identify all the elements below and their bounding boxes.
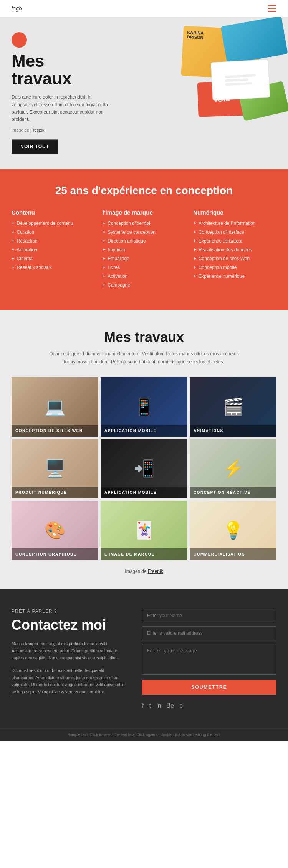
services-col-title-2: Numérique	[193, 209, 276, 216]
portfolio-item-3[interactable]: 🎬 ANIMATIONS	[190, 377, 276, 437]
portfolio-label-4: PRODUIT NUMÉRIQUE	[12, 487, 98, 498]
service-item: Cinéma	[12, 256, 95, 261]
service-item: Conception de sites Web	[193, 256, 276, 261]
services-title: 25 ans d'expérience en conception	[12, 185, 276, 197]
services-col-marque: l'image de marque Conception d'identité …	[103, 209, 186, 291]
hero-section: Mes travaux Duis aute irure dolor in rep…	[0, 17, 288, 169]
logo: logo	[12, 5, 22, 12]
service-item: Activation	[103, 273, 186, 279]
hero-image-credit: Image de Freepik	[12, 128, 127, 132]
services-col-title-1: l'image de marque	[103, 209, 186, 216]
hero-description: Duis aute irure dolor in reprehenderit i…	[12, 94, 111, 123]
portfolio-item-9[interactable]: 💡 COMMERCIALISATION	[190, 501, 276, 560]
contact-left: PRÊT À PARLER ? Contactez moi Massa temp…	[12, 609, 127, 701]
instagram-icon[interactable]: in	[156, 702, 161, 709]
message-input[interactable]	[142, 644, 276, 675]
service-item: Curation	[12, 229, 95, 235]
portfolio-section: Mes travaux Quam quisque id diam vel qua…	[0, 310, 288, 589]
contact-form: SOUMETTRE f t in Be p	[142, 609, 276, 709]
hero-title: Mes travaux	[12, 52, 127, 87]
freepik-link[interactable]: Freepik	[30, 128, 45, 132]
service-item: Campagne	[103, 282, 186, 288]
services-col-title-0: Contenu	[12, 209, 95, 216]
service-item: Développement de contenu	[12, 220, 95, 226]
service-item: Réseaux sociaux	[12, 264, 95, 270]
services-col-numerique: Numérique Architecture de l'information …	[193, 209, 276, 291]
contact-pretitle: PRÊT À PARLER ?	[12, 609, 127, 614]
services-columns: Contenu Développement de contenu Curatio…	[12, 209, 276, 291]
service-item: Conception d'interface	[193, 229, 276, 235]
services-col-contenu: Contenu Développement de contenu Curatio…	[12, 209, 95, 291]
portfolio-label-7: CONCEPTION GRAPHIQUE	[12, 548, 98, 560]
submit-button[interactable]: SOUMETTRE	[142, 680, 276, 695]
service-item: Imprimer	[103, 247, 186, 252]
service-item: Direction artistique	[103, 238, 186, 244]
social-icons: f t in Be p	[142, 702, 276, 709]
portfolio-label-1: CONCEPTION DE SITES WEB	[12, 425, 98, 437]
freepik-portfolio-link[interactable]: Freepik	[148, 569, 163, 574]
hero-content: Mes travaux Duis aute irure dolor in rep…	[12, 32, 127, 154]
service-item: Architecture de l'information	[193, 220, 276, 226]
portfolio-credit: Images de Freepik	[12, 569, 276, 578]
pinterest-icon[interactable]: p	[179, 702, 183, 709]
portfolio-item-5[interactable]: 📲 APPLICATION MOBILE	[101, 439, 187, 498]
portfolio-item-6[interactable]: ⚡ CONCEPTION RÉACTIVE	[190, 439, 276, 498]
email-input[interactable]	[142, 626, 276, 640]
service-item: Système de conception	[103, 229, 186, 235]
service-item: Expérience utilisateur	[193, 238, 276, 244]
twitter-icon[interactable]: t	[149, 702, 151, 709]
service-item: Emballage	[103, 256, 186, 261]
service-item: Conception d'identité	[103, 220, 186, 226]
portfolio-description: Quam quisque id diam vel quam elementum.…	[48, 350, 240, 366]
portfolio-label-3: ANIMATIONS	[190, 425, 276, 437]
portfolio-grid: 💻 CONCEPTION DE SITES WEB 📱 APPLICATION …	[12, 377, 276, 560]
portfolio-label-9: COMMERCIALISATION	[190, 548, 276, 560]
portfolio-item-4[interactable]: 🖥️ PRODUIT NUMÉRIQUE	[12, 439, 98, 498]
contact-section: PRÊT À PARLER ? Contactez moi Massa temp…	[0, 589, 288, 728]
portfolio-item-2[interactable]: 📱 APPLICATION MOBILE	[101, 377, 187, 437]
hero-dot-decoration	[12, 32, 27, 48]
service-item: Livres	[103, 264, 186, 270]
portfolio-item-7[interactable]: 🎨 CONCEPTION GRAPHIQUE	[12, 501, 98, 560]
contact-desc-2: Dictumst vestibulum rhoncus est pellente…	[12, 667, 127, 696]
service-item: Expérience numérique	[193, 273, 276, 279]
facebook-icon[interactable]: f	[142, 702, 144, 709]
name-input[interactable]	[142, 609, 276, 622]
hero-collage: KARINADRISON ISM	[134, 18, 288, 135]
menu-button[interactable]	[268, 5, 276, 12]
behance-icon[interactable]: Be	[166, 702, 174, 709]
portfolio-title: Mes travaux	[12, 329, 276, 345]
service-item: Conception mobile	[193, 264, 276, 270]
portfolio-label-6: CONCEPTION RÉACTIVE	[190, 487, 276, 498]
footer-note: Sample text. Click to select the text bo…	[0, 728, 288, 741]
contact-title: Contactez moi	[12, 617, 127, 633]
service-item: Visualisation des données	[193, 247, 276, 252]
service-item: Rédaction	[12, 238, 95, 244]
services-section: 25 ans d'expérience en conception Conten…	[0, 169, 288, 310]
header: logo	[0, 0, 288, 17]
portfolio-item-8[interactable]: 🃏 L'IMAGE DE MARQUE	[101, 501, 187, 560]
portfolio-item-1[interactable]: 💻 CONCEPTION DE SITES WEB	[12, 377, 98, 437]
portfolio-label-5: APPLICATION MOBILE	[101, 487, 187, 498]
portfolio-label-8: L'IMAGE DE MARQUE	[101, 548, 187, 560]
contact-desc-1: Massa tempor nec feugiat nisl pretium fu…	[12, 640, 127, 662]
voir-tout-button[interactable]: VOIR TOUT	[12, 139, 58, 154]
service-item: Animation	[12, 247, 95, 252]
portfolio-label-2: APPLICATION MOBILE	[101, 425, 187, 437]
